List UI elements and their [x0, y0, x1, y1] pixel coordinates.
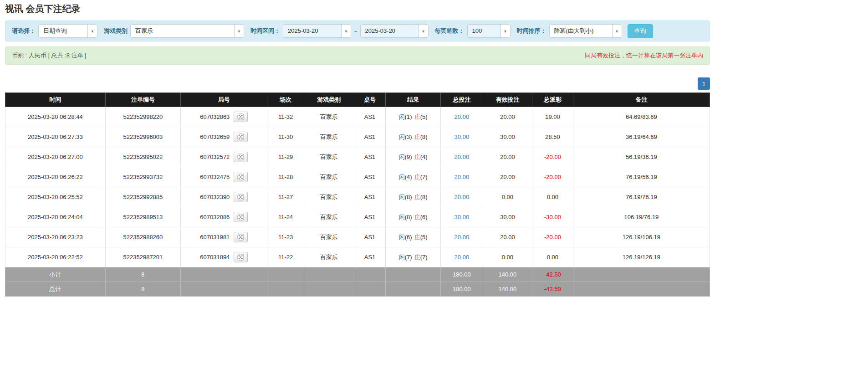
total-bet-link[interactable]: 20.00 [454, 174, 470, 180]
sort-value: 降冪(由大到小) [550, 25, 612, 37]
result-player-label: 闲 [399, 113, 405, 120]
caret-down-icon[interactable]: ▾ [341, 25, 351, 37]
cell-result: 闲(7)庄(7) [386, 247, 441, 267]
result-banker-label: 庄 [414, 234, 420, 241]
dice-icon [237, 174, 244, 180]
cell-game-type: 百家乐 [304, 147, 354, 167]
round-detail-button[interactable] [234, 132, 248, 142]
column-header: 总派彩 [532, 93, 573, 107]
total-bet-link[interactable]: 20.00 [454, 254, 470, 261]
result-player-label: 闲 [399, 133, 405, 140]
payout-value: 0.00 [547, 194, 558, 200]
round-detail-button[interactable] [234, 152, 248, 162]
round-detail-button[interactable] [234, 172, 248, 182]
round-detail-button[interactable] [234, 252, 248, 262]
cell-round-id: 607032863 [181, 107, 267, 127]
caret-down-icon[interactable]: ▾ [87, 25, 97, 37]
search-button[interactable]: 查询 [628, 24, 653, 38]
cell-table-no: AS1 [354, 107, 386, 127]
page-title: 视讯 会员下注纪录 [5, 3, 710, 15]
cell-table-no: AS1 [354, 187, 386, 207]
cell-summary-valid-bet: 140.00 [483, 267, 532, 282]
cell-session: 11-32 [267, 107, 304, 127]
dice-icon [237, 254, 244, 261]
column-header: 总投注 [440, 93, 483, 107]
cell-session: 11-27 [267, 187, 304, 207]
column-header: 时间 [5, 93, 106, 107]
result-player-score: (9) [405, 154, 412, 160]
result-player-label: 闲 [399, 174, 405, 180]
cell-empty [304, 267, 354, 282]
dice-icon [237, 214, 244, 220]
round-detail-button[interactable] [234, 112, 248, 122]
result-banker-score: (8) [420, 133, 428, 140]
round-detail-button[interactable] [234, 212, 248, 222]
cell-table-no: AS1 [354, 227, 386, 247]
page: 视讯 会员下注纪录 请选择： 日期查询 ▾ 游戏类别 百家乐 ▾ 时间区间： 2… [5, 3, 710, 297]
game-type-select[interactable]: 百家乐 ▾ [130, 24, 244, 38]
round-detail-button[interactable] [234, 232, 248, 242]
cell-game-type: 百家乐 [304, 247, 354, 267]
page-button-1[interactable]: 1 [698, 77, 710, 90]
result-player-score: (7) [405, 254, 412, 261]
cell-time: 2025-03-20 06:26:22 [5, 167, 106, 187]
total-bet-link[interactable]: 30.00 [454, 214, 470, 220]
cell-result: 闲(4)庄(7) [386, 167, 441, 187]
summary-payout-value: -42.50 [544, 271, 561, 278]
date-from-input[interactable]: 2025-03-20 ▾ [283, 24, 351, 38]
result-banker-label: 庄 [414, 254, 420, 261]
records-table: 时间注单编号局号场次游戏类别桌号结果总投注有效投注总派彩备注 2025-03-2… [5, 92, 710, 297]
caret-down-icon[interactable]: ▾ [500, 25, 510, 37]
result-player-score: (1) [405, 113, 412, 120]
summary-currency-count: 币别 : 人民币 | 总共 :8 注单 | [12, 51, 87, 60]
total-bet-link[interactable]: 20.00 [454, 154, 470, 160]
cell-game-type: 百家乐 [304, 187, 354, 207]
result-player-score: (8) [405, 194, 412, 200]
cell-bet-id: 522352989513 [105, 207, 181, 227]
cell-note: 36.19/64.69 [573, 127, 710, 147]
summary-note: 同局有效投注，统一计算在该局第一张注单内 [585, 51, 703, 60]
result-banker-score: (5) [420, 113, 428, 120]
dice-icon [237, 133, 244, 140]
sort-select[interactable]: 降冪(由大到小) ▾ [549, 24, 622, 38]
round-detail-button[interactable] [234, 192, 248, 202]
cell-summary-count: 8 [105, 267, 181, 282]
total-bet-link[interactable]: 20.00 [454, 194, 470, 200]
time-range-label: 时间区间： [250, 27, 280, 35]
cell-result: 闲(8)庄(6) [386, 207, 441, 227]
cell-note: 106.19/76.19 [573, 207, 710, 227]
cell-bet-id: 522352995022 [105, 147, 181, 167]
cell-payout: 19.00 [532, 107, 573, 127]
caret-down-icon[interactable]: ▾ [419, 25, 428, 37]
cell-total-bet: 20.00 [440, 107, 483, 127]
round-id-value: 607031981 [200, 234, 230, 241]
page-size-value: 100 [468, 25, 500, 37]
result-banker-label: 庄 [414, 113, 420, 120]
total-bet-link[interactable]: 20.00 [454, 234, 470, 241]
cell-summary-payout: -42.50 [532, 282, 573, 297]
cell-total-bet: 30.00 [440, 207, 483, 227]
filter-bar: 请选择： 日期查询 ▾ 游戏类别 百家乐 ▾ 时间区间： 2025-03-20 … [5, 20, 710, 41]
payout-value: -20.00 [544, 174, 561, 180]
caret-down-icon[interactable]: ▾ [234, 25, 244, 37]
cell-note: 126.19/106.19 [573, 227, 710, 247]
cell-total-bet: 20.00 [440, 187, 483, 207]
page-size-label: 每页笔数： [435, 27, 465, 35]
total-bet-link[interactable]: 20.00 [454, 113, 470, 120]
cell-total-bet: 30.00 [440, 127, 483, 147]
result-player-label: 闲 [399, 154, 405, 160]
date-to-input[interactable]: 2025-03-20 ▾ [360, 24, 429, 38]
column-header: 局号 [181, 93, 267, 107]
result-player-score: (4) [405, 174, 412, 180]
cell-result: 闲(3)庄(8) [386, 127, 441, 147]
cell-total-bet: 20.00 [440, 227, 483, 247]
cell-empty [181, 282, 267, 297]
cell-summary-payout: -42.50 [532, 267, 573, 282]
page-size-select[interactable]: 100 ▾ [467, 24, 511, 38]
dice-icon [237, 154, 244, 160]
cell-game-type: 百家乐 [304, 127, 354, 147]
total-bet-link[interactable]: 30.00 [454, 133, 470, 140]
cell-bet-id: 522352988260 [105, 227, 181, 247]
query-type-select[interactable]: 日期查询 ▾ [38, 24, 97, 38]
caret-down-icon[interactable]: ▾ [612, 25, 622, 37]
